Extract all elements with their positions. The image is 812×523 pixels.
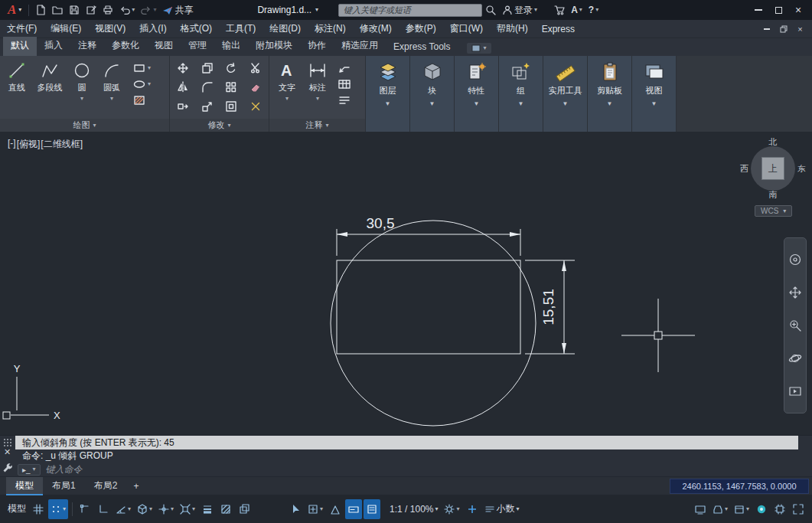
viewcube-south[interactable]: 南 xyxy=(769,189,778,201)
menu-window[interactable]: 窗口(W) xyxy=(443,20,490,38)
object-snap-tracking-button[interactable]: ▾ xyxy=(156,499,176,519)
viewcube-north[interactable]: 北 xyxy=(769,136,778,148)
mirror-tool[interactable] xyxy=(177,81,189,93)
doc-minimize-button[interactable] xyxy=(759,22,774,35)
ribbon-tab-insert[interactable]: 插入 xyxy=(37,37,70,56)
pan-button[interactable] xyxy=(788,286,802,299)
tray-settings-button[interactable]: ▾ xyxy=(710,499,730,519)
ribbon-tab-collaborate[interactable]: 协作 xyxy=(300,37,334,56)
menu-edit[interactable]: 编辑(E) xyxy=(44,20,88,38)
command-input[interactable]: 键入命令 xyxy=(46,463,83,476)
menu-dimension[interactable]: 标注(N) xyxy=(308,20,353,38)
units-button[interactable]: 小数▾ xyxy=(482,499,522,519)
redo-button[interactable]: ▾ xyxy=(138,2,159,18)
ribbon-tab-manage[interactable]: 管理 xyxy=(181,37,214,56)
ucs-icon[interactable]: Y X xyxy=(3,363,60,421)
mtext-tool[interactable] xyxy=(338,94,351,106)
viewport-menu-button[interactable]: [-] xyxy=(8,138,16,151)
move-tool[interactable] xyxy=(177,62,189,74)
selection-filter-button[interactable] xyxy=(287,499,304,519)
orbit-button[interactable] xyxy=(788,351,802,365)
offset-tool[interactable] xyxy=(225,100,237,113)
selection-cycling-button[interactable] xyxy=(236,499,253,519)
menu-file[interactable]: 文件(F) xyxy=(0,20,44,38)
undo-button[interactable]: ▾ xyxy=(116,2,138,18)
scale-tool[interactable] xyxy=(201,100,214,113)
ribbon-options-button[interactable]: ▾ xyxy=(467,43,491,54)
gizmo-button[interactable]: ▾ xyxy=(305,499,325,519)
viewcube-top-face[interactable]: 上 xyxy=(761,157,784,180)
utilities-panel[interactable]: 实用工具 ▼ xyxy=(543,56,588,132)
infer-constraints-button[interactable] xyxy=(77,499,93,519)
maximize-button[interactable] xyxy=(768,0,788,20)
fillet-tool[interactable] xyxy=(201,81,214,93)
hardware-acceleration-button[interactable] xyxy=(771,499,788,519)
tab-layout2[interactable]: 布局2 xyxy=(85,477,127,495)
object-snap-button[interactable]: ▾ xyxy=(178,499,197,519)
ribbon-tab-express-tools[interactable]: Express Tools xyxy=(386,39,458,56)
sign-in-button[interactable]: 登录 ▾ xyxy=(499,2,540,18)
ortho-mode-button[interactable] xyxy=(95,499,112,519)
close-button[interactable]: × xyxy=(788,0,808,20)
document-title[interactable]: Drawing1.d... ▾ xyxy=(257,5,318,15)
viewcube-east[interactable]: 东 xyxy=(797,163,806,175)
save-as-button[interactable] xyxy=(83,2,99,18)
annotation-scale-button[interactable]: 1:1 / 100%▾ xyxy=(387,499,440,519)
polyline-tool[interactable]: 多段线 xyxy=(31,57,68,119)
customize-command-button[interactable] xyxy=(2,463,13,473)
clean-screen-button[interactable] xyxy=(790,499,807,519)
search-input[interactable] xyxy=(338,4,482,17)
autodesk-access-button[interactable]: A▾ xyxy=(568,2,585,18)
drawn-circle[interactable] xyxy=(331,221,536,426)
explode-tool[interactable] xyxy=(249,100,262,113)
properties-panel[interactable]: 特性 ▼ xyxy=(455,56,499,132)
clipboard-panel[interactable]: 剪贴板 ▼ xyxy=(588,56,632,132)
ribbon-tab-default[interactable]: 默认 xyxy=(3,37,37,56)
view-control-button[interactable]: [俯视] xyxy=(17,138,41,151)
ribbon-tab-view[interactable]: 视图 xyxy=(147,37,181,56)
drawn-rectangle[interactable] xyxy=(337,260,520,354)
menu-draw[interactable]: 绘图(D) xyxy=(263,20,308,38)
rectangle-tool[interactable]: ▾ xyxy=(133,62,151,74)
tab-layout1[interactable]: 布局1 xyxy=(43,477,85,495)
menu-insert[interactable]: 插入(I) xyxy=(132,20,173,38)
lineweight-button[interactable] xyxy=(199,499,216,519)
erase-tool[interactable] xyxy=(249,81,262,93)
trim-tool[interactable] xyxy=(249,62,262,74)
snap-mode-button[interactable]: ▾ xyxy=(48,499,68,519)
stretch-tool[interactable] xyxy=(177,100,189,113)
graphics-performance-button[interactable] xyxy=(692,499,709,519)
menu-tools[interactable]: 工具(T) xyxy=(219,20,263,38)
polar-tracking-button[interactable]: ▾ xyxy=(113,499,133,519)
isodraft-button[interactable]: ▾ xyxy=(135,499,155,519)
viewcube[interactable]: 上 北 南 西 东 xyxy=(744,139,802,198)
line-tool[interactable]: 直线 xyxy=(2,57,31,119)
dimension-horizontal[interactable]: 30,5 xyxy=(337,215,520,256)
drawing-canvas[interactable]: [-] [俯视] [二维线框] 30,5 15,51 xyxy=(0,132,812,435)
ellipse-tool[interactable]: ▾ xyxy=(133,78,151,90)
drawing-viewport[interactable]: 30,5 15,51 Y X xyxy=(0,132,812,435)
doc-restore-button[interactable] xyxy=(776,22,791,35)
annotation-scale-add-button[interactable] xyxy=(464,499,481,519)
annotation-visibility-button[interactable] xyxy=(327,499,344,519)
share-button[interactable]: 共享 xyxy=(159,2,196,18)
new-file-button[interactable] xyxy=(32,2,49,18)
table-tool[interactable] xyxy=(338,78,351,90)
menu-parametric[interactable]: 参数(P) xyxy=(399,20,443,38)
visual-style-button[interactable]: [二维线框] xyxy=(41,138,83,151)
text-tool[interactable]: A 文字 ▾ xyxy=(272,57,302,119)
menu-format[interactable]: 格式(O) xyxy=(174,20,219,38)
save-button[interactable] xyxy=(66,2,83,18)
close-command-button[interactable]: ✕ xyxy=(4,447,11,457)
ribbon-tab-featured-apps[interactable]: 精选应用 xyxy=(334,37,386,56)
menu-express[interactable]: Express xyxy=(535,20,582,38)
menu-view[interactable]: 视图(V) xyxy=(88,20,132,38)
rotate-tool[interactable] xyxy=(225,62,237,74)
doc-close-button[interactable]: × xyxy=(793,22,807,35)
ribbon-tab-output[interactable]: 输出 xyxy=(214,37,248,56)
coordinates-display[interactable]: 2460.1153, 1467.7583, 0.0000 xyxy=(670,479,809,494)
recent-commands-button[interactable]: ▸_▾ xyxy=(18,464,41,476)
app-menu-button[interactable]: A ▾ xyxy=(4,2,25,18)
layers-panel[interactable]: 图层 ▼ xyxy=(366,56,410,132)
minimize-button[interactable] xyxy=(748,0,768,20)
